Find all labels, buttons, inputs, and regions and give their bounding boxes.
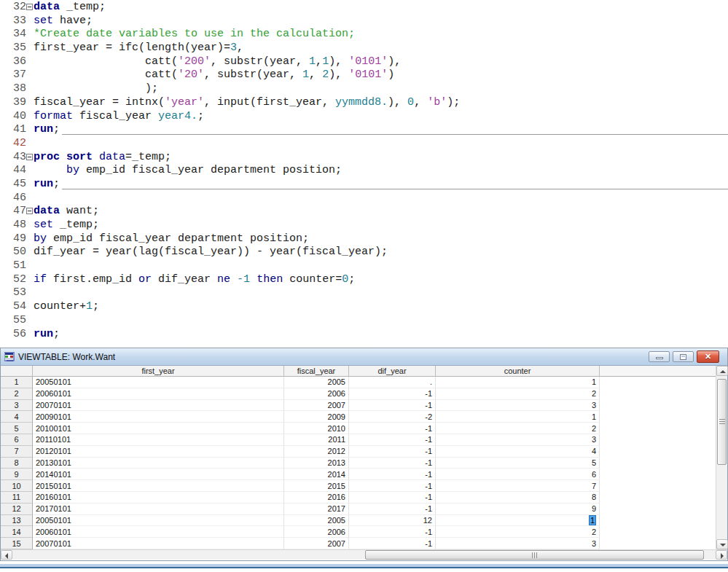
cell-counter[interactable]: 7 xyxy=(436,480,600,492)
close-button[interactable]: ✕ xyxy=(697,350,719,363)
code-line[interactable]: 54counter+1; xyxy=(0,300,728,314)
cell-first-year[interactable]: 20050101 xyxy=(33,515,284,527)
vertical-scrollbar[interactable] xyxy=(716,366,727,549)
vertical-scrollbar-thumb[interactable] xyxy=(717,379,727,465)
code-line[interactable]: 33set have; xyxy=(0,15,728,28)
cell-dif-year[interactable]: -1 xyxy=(349,492,436,504)
row-number[interactable]: 11 xyxy=(1,492,33,504)
code-line[interactable]: 41run; xyxy=(0,123,728,137)
cell-counter[interactable]: 6 xyxy=(436,469,600,480)
cell-fiscal-year[interactable]: 2010 xyxy=(284,423,349,434)
horizontal-scrollbar[interactable] xyxy=(1,549,727,560)
cell-first-year[interactable]: 20170101 xyxy=(33,504,284,515)
row-number[interactable]: 2 xyxy=(1,388,33,400)
cell-dif-year[interactable]: -1 xyxy=(349,388,436,400)
cell-counter[interactable]: 4 xyxy=(436,446,600,458)
cell-first-year[interactable]: 20090101 xyxy=(33,411,284,423)
row-number[interactable]: 15 xyxy=(1,538,33,549)
cell-dif-year[interactable]: -1 xyxy=(349,480,436,492)
cell-first-year[interactable]: 20070101 xyxy=(33,400,284,412)
cell-fiscal-year[interactable]: 2013 xyxy=(284,458,349,469)
code-line[interactable]: 51 xyxy=(0,259,728,273)
code-line[interactable]: 47data want; xyxy=(0,205,728,219)
row-number[interactable]: 6 xyxy=(1,434,33,446)
cell-dif-year[interactable]: -1 xyxy=(349,538,436,549)
scroll-right-button[interactable] xyxy=(716,550,727,560)
cell-fiscal-year[interactable]: 2006 xyxy=(284,388,349,400)
row-number[interactable]: 9 xyxy=(1,469,33,480)
cell-counter[interactable]: 9 xyxy=(436,504,600,515)
code-line[interactable]: 49by emp_id fiscal_year department posit… xyxy=(0,232,728,246)
code-line[interactable]: 38 ); xyxy=(0,82,728,96)
code-line[interactable]: 35first_year = ifc(length(year)=3, xyxy=(0,42,728,55)
code-line[interactable]: 45run; xyxy=(0,178,728,192)
cell-fiscal-year[interactable]: 2016 xyxy=(284,492,349,504)
scroll-up-button[interactable] xyxy=(716,366,728,376)
cell-counter[interactable]: 3 xyxy=(436,400,600,412)
cell-dif-year[interactable]: -1 xyxy=(349,469,436,480)
cell-counter[interactable]: 8 xyxy=(436,492,600,504)
code-line[interactable]: 42 xyxy=(0,137,728,151)
code-line[interactable]: 43proc sort data=_temp; xyxy=(0,151,728,165)
row-number[interactable]: 1 xyxy=(1,377,33,388)
cell-fiscal-year[interactable]: 2012 xyxy=(284,446,349,458)
row-number[interactable]: 12 xyxy=(1,504,33,515)
row-number[interactable]: 5 xyxy=(1,423,33,434)
cell-counter[interactable]: 2 xyxy=(436,526,600,538)
code-line[interactable]: 55 xyxy=(0,314,728,328)
cell-first-year[interactable]: 20130101 xyxy=(33,458,284,469)
cell-dif-year[interactable]: 12 xyxy=(349,515,436,527)
code-line[interactable]: 40format fiscal_year year4.; xyxy=(0,110,728,124)
fold-collapse-icon[interactable] xyxy=(26,208,33,214)
cell-fiscal-year[interactable]: 2005 xyxy=(284,377,349,388)
row-number-header[interactable] xyxy=(1,366,33,377)
code-line[interactable]: 50dif_year = year(lag(fiscal_year)) - ye… xyxy=(0,246,728,259)
cell-counter[interactable]: 1 xyxy=(436,377,600,388)
code-line[interactable]: 32data _temp; xyxy=(0,1,728,15)
cell-counter[interactable]: 5 xyxy=(436,458,600,469)
cell-dif-year[interactable]: -1 xyxy=(349,423,436,434)
cell-dif-year[interactable]: -1 xyxy=(349,400,436,412)
cell-counter[interactable]: 2 xyxy=(436,423,600,434)
cell-first-year[interactable]: 20160101 xyxy=(33,492,284,504)
cell-first-year[interactable]: 20060101 xyxy=(33,526,284,538)
cell-fiscal-year[interactable]: 2011 xyxy=(284,434,349,446)
scroll-down-button[interactable] xyxy=(716,539,728,549)
column-header-first-year[interactable]: first_year xyxy=(33,366,284,377)
cell-first-year[interactable]: 20120101 xyxy=(33,446,284,458)
fold-collapse-icon[interactable] xyxy=(26,4,33,10)
code-line[interactable]: 56run; xyxy=(0,328,728,342)
code-line[interactable]: 44 by emp_id fiscal_year department posi… xyxy=(0,164,728,178)
code-line[interactable]: 48set _temp; xyxy=(0,219,728,232)
row-number[interactable]: 14 xyxy=(1,526,33,538)
code-line[interactable]: 46 xyxy=(0,192,728,205)
column-header-dif-year[interactable]: dif_year xyxy=(349,366,436,377)
cell-fiscal-year[interactable]: 2017 xyxy=(284,504,349,515)
cell-dif-year[interactable]: . xyxy=(349,377,436,388)
cell-fiscal-year[interactable]: 2009 xyxy=(284,411,349,423)
viewtable-title-bar[interactable]: VIEWTABLE: Work.Want ✕ xyxy=(1,348,727,366)
cell-fiscal-year[interactable]: 2005 xyxy=(284,515,349,527)
code-line[interactable]: 39fiscal_year = intnx('year', input(firs… xyxy=(0,96,728,110)
code-line[interactable]: 34*Create date variables to use in the c… xyxy=(0,28,728,42)
selected-cell-value[interactable]: 1 xyxy=(589,515,596,525)
cell-fiscal-year[interactable]: 2006 xyxy=(284,526,349,538)
cell-fiscal-year[interactable]: 2015 xyxy=(284,480,349,492)
fold-collapse-icon[interactable] xyxy=(26,154,33,160)
row-number[interactable]: 10 xyxy=(1,480,33,492)
cell-counter[interactable]: 3 xyxy=(436,538,600,549)
row-number[interactable]: 3 xyxy=(1,400,33,412)
code-editor[interactable]: 32data _temp;33set have;34*Create date v… xyxy=(0,1,728,348)
row-number[interactable]: 7 xyxy=(1,446,33,458)
code-line[interactable]: 52if first.emp_id or dif_year ne -1 then… xyxy=(0,273,728,287)
cell-fiscal-year[interactable]: 2007 xyxy=(284,538,349,549)
cell-first-year[interactable]: 20140101 xyxy=(33,469,284,480)
cell-fiscal-year[interactable]: 2007 xyxy=(284,400,349,412)
row-number[interactable]: 13 xyxy=(1,515,33,527)
cell-counter[interactable]: 1 xyxy=(436,515,600,527)
horizontal-scrollbar-thumb[interactable] xyxy=(365,550,704,560)
cell-first-year[interactable]: 20110101 xyxy=(33,434,284,446)
cell-counter[interactable]: 1 xyxy=(436,411,600,423)
cell-counter[interactable]: 3 xyxy=(436,434,600,446)
cell-dif-year[interactable]: -2 xyxy=(349,411,436,423)
